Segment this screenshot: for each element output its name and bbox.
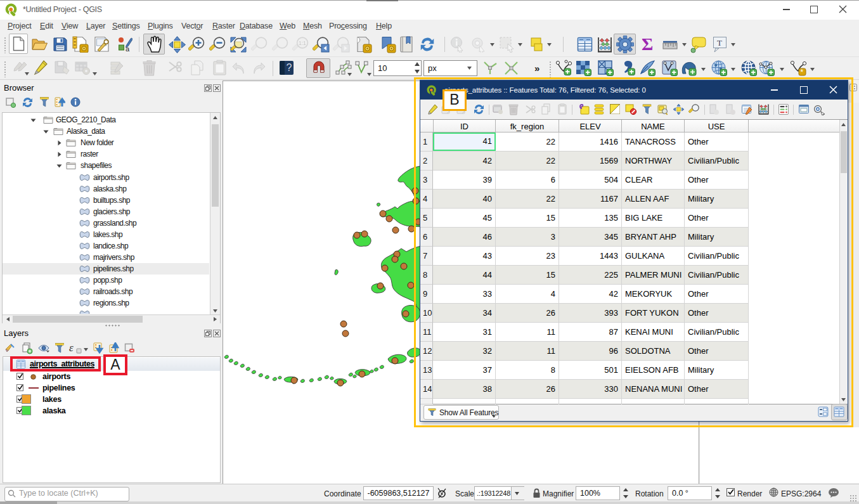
svg-text:1:1: 1:1 [299,40,306,46]
svg-text:*: * [801,68,804,77]
svg-text:a: a [126,45,130,52]
svg-text:T: T [717,38,722,48]
